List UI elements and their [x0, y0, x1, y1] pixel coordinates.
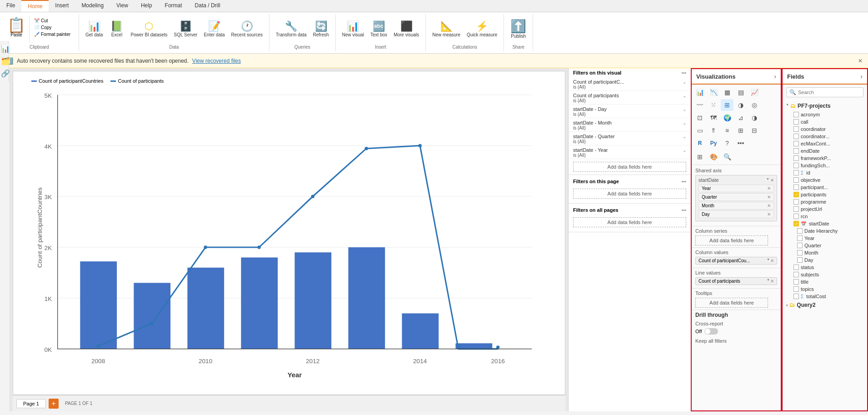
field-sub-row[interactable]: Day [783, 256, 867, 264]
add-data-fields-all-pages-button[interactable]: Add data fields here [573, 217, 686, 227]
text-box-button[interactable]: 🔤 Text box [368, 16, 390, 43]
field-row[interactable]: participant... [783, 184, 867, 191]
filters-more-icon[interactable]: ••• [681, 70, 686, 75]
excel-button[interactable]: 📗 Excel [106, 16, 127, 43]
filter-item-more-icon[interactable]: ⌄ [683, 120, 686, 125]
chart-container[interactable]: Count of participantCountries Count of p… [31, 78, 547, 372]
add-data-fields-page-button[interactable]: Add data fields here [573, 189, 686, 199]
field-sub-checkbox[interactable] [797, 257, 803, 263]
viz-python-icon[interactable]: Py [707, 137, 720, 149]
field-row[interactable]: Σ id [783, 169, 867, 176]
viz-matrix-icon[interactable]: ⊟ [748, 125, 761, 136]
add-page-button[interactable]: + [49, 399, 59, 409]
tab-insert[interactable]: Insert [49, 0, 75, 12]
field-row[interactable]: Σ totalCost [783, 293, 867, 300]
viz-qna-icon[interactable]: ? [721, 137, 733, 149]
shared-axis-remove-icon[interactable]: ✕ [770, 178, 774, 183]
transform-data-button[interactable]: 🔧 Transform data [273, 16, 309, 43]
field-row[interactable]: programme [783, 198, 867, 205]
field-sub-checkbox[interactable] [797, 250, 803, 255]
column-values-remove-icon[interactable]: ✕ [770, 258, 774, 263]
quick-measure-button[interactable]: ⚡ Quick measure [464, 16, 500, 43]
field-row[interactable]: 📅 startDate [783, 220, 867, 227]
filter-item[interactable]: startDate - Year ⌄ is (All) [569, 145, 691, 159]
filter-item[interactable]: Count of participants ⌄ is (All) [569, 91, 691, 105]
field-row[interactable]: rcn [783, 213, 867, 220]
field-checkbox[interactable] [793, 126, 799, 132]
tab-help[interactable]: Help [135, 0, 159, 12]
axis-day-field[interactable]: Day ✕ [698, 210, 774, 218]
fields-panel-expand-icon[interactable]: › [860, 73, 863, 80]
viz-more-icon[interactable]: ••• [734, 137, 747, 149]
field-checkbox[interactable] [793, 294, 799, 299]
field-checkbox[interactable] [793, 185, 799, 190]
viz-line-icon[interactable]: 📈 [748, 86, 761, 98]
viz-table-icon[interactable]: ⊞ [734, 125, 747, 136]
line-values-field-pill[interactable]: Count of participants ˅ ✕ [695, 277, 777, 285]
field-row[interactable]: status [783, 264, 867, 271]
column-values-field-pill[interactable]: Count of participantCou... ˅ ✕ [695, 257, 777, 265]
refresh-button[interactable]: 🔄 Refresh [310, 16, 332, 43]
field-checkbox[interactable] [793, 112, 799, 117]
tab-file[interactable]: File [0, 0, 21, 12]
viz-slicer-icon[interactable]: ≡ [721, 125, 733, 136]
field-checkbox[interactable] [793, 199, 799, 205]
viz-r-icon[interactable]: R [693, 137, 706, 149]
viz-filled-map-icon[interactable]: 🌍 [721, 112, 733, 124]
axis-year-field[interactable]: Year ✕ [698, 185, 774, 192]
field-checkbox[interactable] [793, 148, 799, 154]
tab-home[interactable]: Home [21, 0, 49, 12]
viz-treemap-icon[interactable]: ⊡ [693, 112, 706, 124]
more-visuals-button[interactable]: ⬛ More visuals [391, 16, 422, 43]
field-checkbox[interactable] [793, 286, 799, 292]
field-row[interactable]: coordinator [783, 125, 867, 133]
viz-fields-icon[interactable]: ⊞ [693, 151, 706, 163]
field-row[interactable]: call [783, 118, 867, 125]
filter-item-more-icon[interactable]: ⌄ [683, 134, 686, 139]
field-group-expand-icon[interactable]: ˅ [786, 104, 788, 109]
field-checkbox[interactable] [793, 221, 799, 226]
new-visual-button[interactable]: 📊 New visual [339, 16, 367, 43]
viz-panel-expand-icon[interactable]: › [774, 73, 776, 80]
filter-item-more-icon[interactable]: ⌄ [683, 107, 686, 112]
recent-sources-button[interactable]: 🕐 Recent sources [229, 16, 265, 43]
tab-modeling[interactable]: Modeling [75, 0, 110, 12]
new-measure-button[interactable]: 📐 New measure [429, 16, 463, 43]
viz-stacked-bar2-icon[interactable]: ▤ [734, 86, 747, 98]
field-checkbox[interactable] [793, 119, 799, 125]
model-view-icon[interactable]: 🔗 [1, 69, 8, 78]
field-sub-checkbox[interactable] [797, 235, 803, 241]
add-column-series-button[interactable]: Add data fields here [695, 235, 768, 245]
axis-year-remove-icon[interactable]: ✕ [767, 186, 771, 191]
field-checkbox[interactable] [793, 214, 799, 219]
filters-all-pages-more-icon[interactable]: ••• [681, 208, 686, 213]
add-tooltips-button[interactable]: Add data fields here [695, 298, 768, 308]
viz-combo-icon[interactable]: ⊞ [721, 99, 733, 111]
field-row[interactable]: subjects [783, 271, 867, 278]
field-row[interactable]: fundingSch... [783, 162, 867, 169]
field-checkbox[interactable] [793, 177, 799, 183]
copy-button[interactable]: 📄Copy [32, 25, 72, 30]
field-checkbox[interactable] [793, 141, 799, 146]
field-sub-checkbox[interactable] [797, 243, 803, 248]
field-group-query2[interactable]: › 🗂 Query2 [783, 300, 867, 310]
viz-pie-icon[interactable]: ◑ [734, 99, 747, 111]
column-values-expand-icon[interactable]: ˅ [767, 258, 769, 263]
power-bi-datasets-button[interactable]: ⬡ Power BI datasets [128, 16, 170, 43]
viz-analytics-icon[interactable]: 🔍 [721, 151, 733, 163]
add-data-fields-visual-button[interactable]: Add data fields here [573, 162, 686, 172]
field-group-query2-expand-icon[interactable]: › [786, 303, 788, 308]
axis-month-field[interactable]: Month ✕ [698, 202, 774, 210]
line-values-expand-icon[interactable]: ˅ [767, 279, 769, 284]
view-recovered-link[interactable]: View recovered files [192, 58, 241, 64]
field-row[interactable]: acronym [783, 111, 867, 118]
filter-item[interactable]: startDate - Quarter ⌄ is (All) [569, 132, 691, 145]
paste-button[interactable]: 📋 Paste [4, 16, 30, 43]
fields-search-box[interactable]: 🔍 [786, 87, 863, 97]
axis-quarter-field[interactable]: Quarter ✕ [698, 193, 774, 201]
enter-data-button[interactable]: 📝 Enter data [201, 16, 227, 43]
field-row[interactable]: frameworkP... [783, 155, 867, 162]
field-checkbox[interactable] [793, 155, 799, 161]
viz-funnel-icon[interactable]: ⊿ [734, 112, 747, 124]
filter-item-more-icon[interactable]: ⌄ [683, 93, 686, 98]
